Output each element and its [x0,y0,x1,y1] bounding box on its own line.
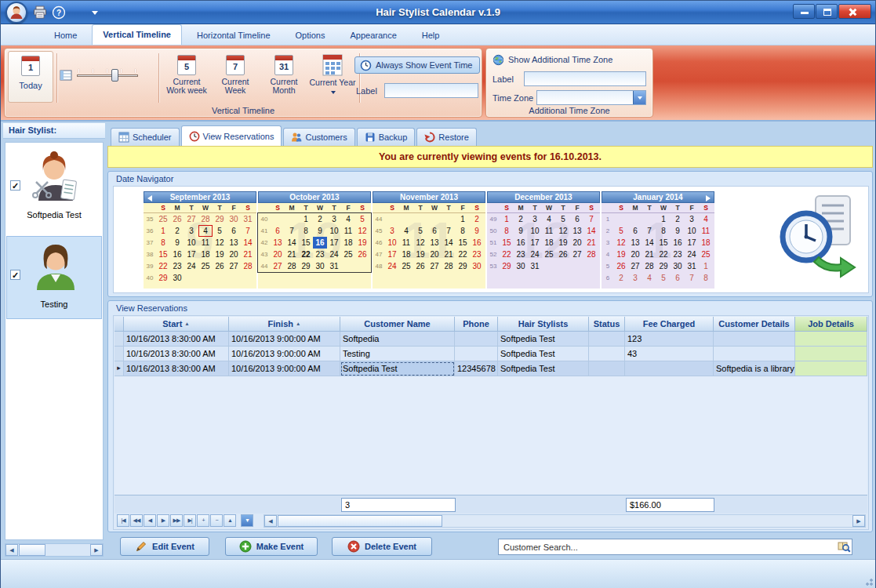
day-cell[interactable]: 16 [671,237,685,249]
sidebar-horizontal-scrollbar[interactable]: ◀ ▶ [5,543,104,557]
day-cell[interactable]: 6 [227,225,241,237]
day-cell[interactable]: 11 [542,225,556,237]
day-cell[interactable]: 13 [628,237,642,249]
day-cell[interactable]: 29 [299,260,313,272]
day-cell[interactable]: 7 [241,225,255,237]
day-cell[interactable]: 4 [542,213,556,225]
close-button[interactable] [838,4,871,19]
table-row[interactable]: ▸10/16/2013 8:30:00 AM10/16/2013 9:00:00… [114,361,867,376]
day-cell[interactable]: 23 [514,249,528,260]
day-cell[interactable]: 8 [656,225,671,237]
tab-view-reservations[interactable]: View Reservations [181,125,282,146]
day-cell[interactable]: 3 [628,272,642,284]
day-cell[interactable]: 30 [313,260,327,272]
ribbon-tab-horizontal-timeline[interactable]: Horizontal Timeline [187,27,281,45]
scrollbar-thumb[interactable] [19,544,45,556]
day-cell[interactable]: 7 [285,225,299,237]
print-icon[interactable] [32,5,48,20]
day-cell[interactable]: 30 [470,260,484,272]
day-cell[interactable]: 28 [442,260,456,272]
day-cell[interactable]: 3 [327,213,341,225]
day-cell[interactable]: 27 [628,260,642,272]
column-header-status[interactable]: Status [589,317,625,331]
day-cell[interactable]: 15 [456,237,470,249]
day-cell[interactable]: 31 [327,260,341,272]
current-year-button[interactable]: Current Year [309,51,356,104]
day-cell[interactable]: 20 [628,249,642,260]
day-cell[interactable]: 15 [299,237,313,249]
column-header-finish[interactable]: Finish▲ [229,317,340,331]
day-cell[interactable]: 24 [327,249,341,260]
day-cell[interactable]: 26 [614,260,628,272]
day-cell[interactable]: 19 [413,249,427,260]
column-header-customer-details[interactable]: Customer Details [714,317,795,331]
stylist-item-softpedia-test[interactable]: ✓Softpedia Test [7,147,101,229]
record-nav-button-3[interactable]: ▶ [157,514,169,527]
day-cell[interactable]: 6 [427,225,442,237]
day-cell[interactable]: 28 [584,249,598,260]
day-cell[interactable]: 23 [170,260,184,272]
day-cell[interactable]: 2 [470,213,484,225]
day-cell[interactable]: 7 [642,225,656,237]
ribbon-tab-options[interactable]: Options [285,27,336,45]
day-cell[interactable]: 26 [170,213,184,225]
day-cell[interactable]: 7 [685,272,699,284]
day-cell[interactable]: 21 [584,237,598,249]
day-cell[interactable]: 26 [413,260,427,272]
day-cell[interactable]: 21 [642,249,656,260]
day-cell[interactable]: 19 [355,237,369,249]
scroll-left-icon[interactable]: ◀ [5,544,18,556]
make-event-button[interactable]: Make Event [225,537,318,556]
day-cell[interactable]: 17 [184,249,198,260]
day-cell[interactable]: 10 [184,237,198,249]
day-cell[interactable]: 29 [656,260,671,272]
day-cell[interactable]: 25 [542,249,556,260]
day-cell[interactable]: 8 [456,225,470,237]
day-cell[interactable]: 27 [184,213,198,225]
table-row[interactable]: 10/16/2013 8:30:00 AM10/16/2013 9:00:00 … [114,332,867,347]
maximize-button[interactable] [816,4,838,19]
day-cell[interactable]: 31 [685,260,699,272]
day-cell[interactable]: 28 [241,260,255,272]
day-cell[interactable]: 16 [514,237,528,249]
day-cell[interactable]: 10 [327,225,341,237]
search-icon[interactable] [838,540,851,554]
next-month-icon[interactable] [706,195,711,201]
day-cell[interactable]: 15 [656,237,671,249]
time-zone-select[interactable] [536,90,646,105]
day-cell[interactable]: 25 [156,213,170,225]
day-cell[interactable]: 26 [556,249,570,260]
prev-month-icon[interactable] [147,195,152,201]
day-cell[interactable]: 13 [227,237,241,249]
day-cell[interactable]: 7 [584,213,598,225]
day-cell[interactable]: 29 [213,213,227,225]
day-cell[interactable]: 28 [285,260,299,272]
day-cell[interactable]: 9 [170,237,184,249]
scroll-right-icon[interactable]: ▶ [90,544,103,556]
day-cell[interactable]: 3 [685,213,699,225]
today-button[interactable]: 1 Today [8,51,53,103]
record-nav-button-5[interactable]: ▶| [184,514,196,527]
day-cell[interactable]: 19 [556,237,570,249]
day-cell[interactable]: 31 [241,213,255,225]
day-cell[interactable]: 12 [556,225,570,237]
day-cell[interactable]: 8 [699,272,713,284]
day-cell[interactable]: 26 [355,249,369,260]
day-cell[interactable]: 2 [170,225,184,237]
day-cell[interactable]: 2 [313,213,327,225]
always-show-event-time-toggle[interactable]: Always Show Event Time [354,56,480,74]
chevron-down-icon[interactable] [633,91,645,104]
day-cell[interactable]: 22 [156,260,170,272]
table-row[interactable]: 10/16/2013 8:30:00 AM10/16/2013 9:00:00 … [114,347,867,361]
day-cell[interactable]: 30 [227,213,241,225]
day-cell[interactable]: 4 [642,272,656,284]
day-cell[interactable]: 28 [642,260,656,272]
day-cell[interactable]: 29 [156,272,170,284]
day-cell[interactable]: 5 [355,213,369,225]
day-cell[interactable]: 19 [614,249,628,260]
day-cell[interactable]: 1 [699,260,713,272]
current-work-week-button[interactable]: 5 Current Work week [163,51,210,104]
day-cell[interactable]: 30 [514,260,528,272]
day-cell[interactable]: 14 [442,237,456,249]
day-cell[interactable]: 4 [699,213,713,225]
